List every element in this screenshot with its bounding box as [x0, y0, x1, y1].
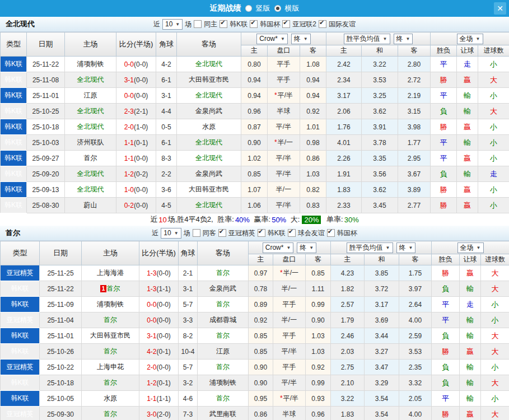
- filter-bar: 近 10▼ 场 同客 亚冠精英 韩K联 球会友谊 韩国杯: [0, 228, 509, 239]
- league-label[interactable]: 韩K联: [268, 228, 286, 238]
- team-name: 全北现代: [77, 170, 104, 178]
- league-checkbox[interactable]: [220, 20, 227, 28]
- subcol-ah-away: 客: [300, 45, 326, 57]
- score-cell: 1-1(1-1): [139, 391, 179, 407]
- final-select-2[interactable]: 终▼: [394, 34, 413, 44]
- col-date: 日期: [27, 32, 65, 57]
- scope-select[interactable]: 全场▼: [457, 242, 484, 253]
- eu-draw-odds: 3.85: [365, 265, 399, 281]
- ah-away-odds: 0.83: [300, 198, 326, 213]
- team-name: 首尔: [216, 332, 230, 339]
- eu-home-odds: 1.83: [331, 407, 365, 420]
- league-checkbox[interactable]: [218, 229, 226, 237]
- vertical-layout-label[interactable]: 竖版: [256, 3, 270, 13]
- same-away-checkbox[interactable]: [193, 229, 200, 237]
- vertical-layout-radio[interactable]: [245, 5, 252, 12]
- away-team-cell: 江原: [198, 344, 249, 360]
- league-checkbox[interactable]: [288, 229, 296, 237]
- horizontal-layout-radio[interactable]: [274, 5, 281, 12]
- ah-handicap: *平/半: [273, 391, 306, 407]
- avg-select[interactable]: 胜平负均值▼: [344, 34, 390, 44]
- horizontal-layout-label[interactable]: 横版: [285, 3, 300, 13]
- same-away-label[interactable]: 同客: [203, 228, 216, 238]
- league-cell: 韩K联: [1, 198, 27, 213]
- match-row: 韩K联25-09-20全北现代1-2(0-2)2-2金泉尚武0.85平/半1.0…: [1, 166, 509, 182]
- games-count-select[interactable]: 10▼: [162, 19, 183, 30]
- away-team-cell: 武里南联: [198, 407, 249, 420]
- league-cell: 韩K联: [1, 166, 27, 182]
- same-home-checkbox[interactable]: [194, 20, 202, 28]
- bookmaker-select[interactable]: Crow*▼: [256, 34, 288, 44]
- result-goals: 大: [481, 375, 509, 391]
- final-select[interactable]: 终▼: [297, 242, 316, 253]
- team-name: 全北现代: [195, 91, 222, 99]
- score-cell: 1-2(0-2): [116, 166, 156, 182]
- league-label[interactable]: 亚冠精英: [228, 228, 255, 238]
- league-cell: 亚冠精英: [1, 265, 40, 281]
- games-count-select[interactable]: 10▼: [161, 228, 181, 239]
- ah-home-odds: 0.87: [241, 119, 268, 135]
- date-cell: 25-11-09: [40, 297, 82, 312]
- ah-away-odds: 0.99: [306, 297, 331, 312]
- home-team-cell: 首尔: [82, 312, 139, 328]
- ah-away-odds: 0.99: [306, 375, 331, 391]
- corner-cell: 8-3: [156, 151, 177, 166]
- corner-cell: 7-3: [179, 407, 198, 420]
- league-label[interactable]: 国际友谊: [329, 20, 356, 29]
- eu-home-odds: 1.91: [326, 166, 362, 182]
- corner-cell: 6-1: [156, 72, 177, 88]
- same-home-label[interactable]: 同主: [204, 20, 217, 29]
- close-icon[interactable]: ✕: [494, 2, 506, 15]
- team-name: 水原: [104, 394, 117, 402]
- eu-away-odds: 3.89: [398, 182, 431, 198]
- final-select-2[interactable]: 终▼: [396, 242, 416, 253]
- result-handicap: 輸: [460, 360, 481, 375]
- ah-handicap: *半/一: [268, 135, 300, 151]
- ah-handicap: 半球: [268, 104, 300, 119]
- ah-away-odds: 0.92: [300, 104, 326, 119]
- team-name: 首尔: [216, 300, 230, 308]
- ah-home-odds: 1.07: [241, 182, 268, 198]
- result-handicap: 輸: [460, 312, 481, 328]
- ah-home-odds: 0.90: [241, 135, 268, 151]
- corner-cell: 4-6: [179, 391, 198, 407]
- team-name: 浦项制铁: [97, 300, 124, 308]
- team-name: 全北现代: [77, 123, 104, 130]
- match-row: 韩K联25-10-18首尔1-2(0-1)3-2浦项制铁0.90平/半0.992…: [1, 375, 509, 391]
- result-wdl: 平: [431, 57, 457, 72]
- score-cell: 0-0(0-0): [139, 297, 179, 312]
- away-team-cell: 全北现代: [177, 198, 241, 213]
- window-title: 近期战绩: [210, 3, 241, 13]
- scope-select[interactable]: 全场▼: [457, 34, 483, 44]
- team-name: 金泉尚武: [195, 170, 222, 178]
- final-select[interactable]: 终▼: [291, 34, 311, 44]
- league-checkbox[interactable]: [282, 20, 290, 28]
- league-label[interactable]: 球会友谊: [298, 228, 325, 238]
- date-cell: 25-10-03: [27, 135, 65, 151]
- result-wdl: 勝: [431, 119, 457, 135]
- league-label[interactable]: 韩国杯: [337, 228, 357, 238]
- league-cell: 韩K联: [1, 72, 27, 88]
- league-checkbox[interactable]: [327, 229, 335, 237]
- league-label[interactable]: 韩国杯: [260, 20, 280, 29]
- league-label[interactable]: 韩K联: [230, 20, 248, 29]
- league-checkbox[interactable]: [319, 20, 326, 28]
- result-wdl: 平: [431, 151, 457, 166]
- result-wdl: 負: [432, 360, 460, 375]
- date-cell: 25-09-20: [27, 166, 65, 182]
- home-team-cell: 首尔: [82, 407, 139, 420]
- match-row: 韩K联25-11-08全北现代3-1(0-0)6-1大田韩亚市民0.94平手0.…: [1, 72, 509, 88]
- bookmaker-select[interactable]: Crow*▼: [263, 242, 294, 253]
- league-checkbox[interactable]: [250, 20, 258, 28]
- score-cell: 2-0(0-0): [139, 360, 179, 375]
- corner-cell: 3-3: [179, 312, 198, 328]
- avg-select[interactable]: 胜平负均值▼: [347, 242, 393, 253]
- league-label[interactable]: 亚冠联2: [292, 20, 316, 29]
- ah-away-odds: 0.94: [300, 88, 326, 104]
- score-cell: 2-0(1-0): [116, 119, 156, 135]
- match-row: 韩K联25-11-09浦项制铁0-0(0-0)5-7首尔0.89平手0.992.…: [1, 297, 509, 312]
- ah-home-odds: 0.86: [249, 407, 273, 420]
- eu-away-odds: 2.19: [398, 88, 431, 104]
- team-name: 全北现代: [77, 107, 104, 115]
- league-checkbox[interactable]: [258, 229, 265, 237]
